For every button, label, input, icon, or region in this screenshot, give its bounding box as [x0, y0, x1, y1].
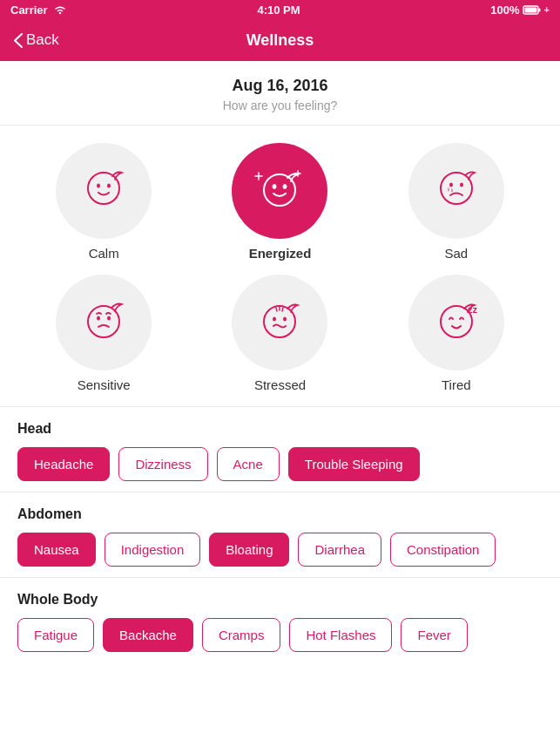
mood-item-stressed[interactable]: Stressed	[197, 275, 362, 392]
back-chevron-icon	[14, 33, 23, 48]
svg-point-21	[283, 317, 287, 322]
mood-circle-sad	[408, 143, 504, 239]
status-bar: Carrier 4:10 PM 100% +	[0, 0, 560, 19]
time-label: 4:10 PM	[257, 3, 300, 17]
svg-point-4	[97, 184, 100, 188]
battery-icon	[523, 5, 541, 15]
calm-label: Calm	[89, 246, 119, 261]
stressed-icon	[253, 295, 307, 350]
mood-item-tired[interactable]: zz Tired	[374, 275, 539, 392]
tag-acne[interactable]: Acne	[217, 447, 280, 481]
svg-point-6	[264, 174, 295, 206]
calm-icon	[77, 164, 131, 218]
back-label: Back	[26, 31, 59, 49]
page-header: Aug 16, 2016 How are you feeling?	[0, 61, 560, 126]
page-date: Aug 16, 2016	[0, 77, 560, 95]
tag-trouble-sleeping[interactable]: Trouble Sleeping	[288, 447, 420, 481]
sensitive-icon	[77, 295, 131, 350]
sensitive-label: Sensitive	[78, 377, 131, 392]
tag-hot-flashes[interactable]: Hot Flashes	[289, 618, 392, 652]
page-subtitle: How are you feeling?	[0, 98, 560, 112]
energized-icon	[253, 164, 307, 218]
svg-point-5	[107, 184, 111, 188]
svg-point-20	[273, 317, 276, 322]
mood-item-sensitive[interactable]: Sensitive	[21, 275, 186, 392]
status-bar-left: Carrier	[10, 3, 67, 17]
svg-line-24	[282, 308, 283, 311]
carrier-label: Carrier	[10, 3, 48, 17]
tags-row-abdomen: NauseaIndigestionBloatingDiarrheaConstip…	[17, 533, 543, 567]
sad-label: Sad	[444, 246, 468, 261]
svg-point-13	[441, 173, 472, 204]
tag-nausea[interactable]: Nausea	[17, 533, 96, 567]
tag-cramps[interactable]: Cramps	[202, 618, 281, 652]
tired-label: Tired	[442, 377, 471, 392]
tag-diarrhea[interactable]: Diarrhea	[298, 533, 381, 567]
symptom-group-title-head: Head	[17, 421, 543, 437]
mood-circle-tired: zz	[408, 275, 504, 370]
svg-rect-2	[524, 7, 536, 12]
symptom-group-whole-body: Whole BodyFatigueBackacheCrampsHot Flash…	[0, 578, 560, 662]
tag-backache[interactable]: Backache	[103, 618, 193, 652]
symptom-group-title-whole-body: Whole Body	[17, 592, 543, 608]
nav-title: Wellness	[246, 31, 314, 50]
mood-circle-calm	[56, 143, 152, 239]
nav-bar: Back Wellness	[0, 19, 560, 61]
back-button[interactable]: Back	[14, 31, 59, 49]
tag-fatigue[interactable]: Fatigue	[17, 618, 94, 652]
mood-item-calm[interactable]: Calm	[21, 143, 186, 261]
svg-point-14	[449, 183, 453, 187]
tag-fever[interactable]: Fever	[401, 618, 467, 652]
mood-item-energized[interactable]: Energized	[197, 143, 362, 261]
svg-point-17	[97, 316, 100, 321]
mood-circle-stressed	[232, 275, 327, 370]
symptom-group-head: HeadHeadacheDizzinessAcneTrouble Sleepin…	[0, 407, 560, 492]
svg-point-15	[460, 183, 463, 187]
tags-row-head: HeadacheDizzinessAcneTrouble Sleeping	[17, 447, 543, 481]
tag-bloating[interactable]: Bloating	[209, 533, 289, 567]
svg-point-18	[107, 316, 111, 321]
charging-icon: +	[544, 4, 550, 15]
tag-dizziness[interactable]: Dizziness	[118, 447, 207, 481]
mood-item-sad[interactable]: Sad	[374, 143, 539, 261]
svg-line-22	[276, 308, 277, 311]
svg-point-3	[88, 173, 119, 204]
tag-constipation[interactable]: Constipation	[390, 533, 496, 567]
status-bar-right: 100% +	[490, 3, 550, 17]
battery-label: 100%	[490, 3, 519, 17]
svg-point-7	[273, 185, 276, 189]
symptom-group-abdomen: AbdomenNauseaIndigestionBloatingDiarrhea…	[0, 492, 560, 578]
sad-icon	[429, 164, 483, 218]
tags-row-whole-body: FatigueBackacheCrampsHot FlashesFever	[17, 618, 543, 652]
svg-point-8	[283, 185, 287, 189]
svg-rect-1	[538, 8, 540, 11]
symptoms-container: HeadHeadacheDizzinessAcneTrouble Sleepin…	[0, 407, 560, 662]
energized-label: Energized	[249, 246, 312, 261]
mood-section: Calm Energized	[0, 126, 560, 407]
stressed-label: Stressed	[254, 377, 306, 392]
symptom-group-title-abdomen: Abdomen	[17, 506, 543, 522]
wifi-icon	[53, 4, 67, 15]
mood-grid: Calm Energized	[21, 143, 539, 392]
mood-circle-energized	[232, 143, 327, 239]
tired-icon: zz	[429, 295, 483, 350]
tag-indigestion[interactable]: Indigestion	[105, 533, 201, 567]
tag-headache[interactable]: Headache	[17, 447, 110, 481]
mood-circle-sensitive	[56, 275, 152, 370]
